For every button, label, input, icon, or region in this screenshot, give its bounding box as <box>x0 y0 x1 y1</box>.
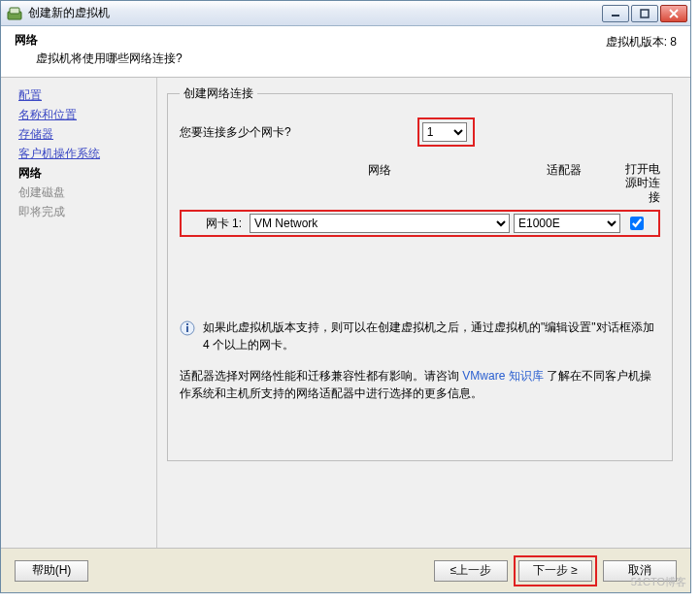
next-highlight: 下一步 ≥ <box>514 555 597 586</box>
step-storage[interactable]: 存储器 <box>18 126 156 143</box>
titlebar: 创建新的虚拟机 <box>1 1 690 26</box>
note-pre: 适配器选择对网络性能和迁移兼容性都有影响。请咨询 <box>180 369 462 383</box>
vm-version-label: 虚拟机版本: 8 <box>606 34 677 50</box>
group-legend: 创建网络连接 <box>180 85 257 102</box>
nic1-connect-checkbox[interactable] <box>630 217 644 230</box>
step-network: 网络 <box>18 165 156 182</box>
step-create-disk: 创建磁盘 <box>18 184 156 201</box>
svg-rect-8 <box>186 323 188 325</box>
wizard-footer: 帮助(H) ≤上一步 下一步 ≥ 取消 <box>1 548 690 592</box>
nic1-network-select[interactable]: VM Network <box>250 214 510 233</box>
wizard-header: 网络 虚拟机将使用哪些网络连接? 虚拟机版本: 8 <box>1 26 690 78</box>
step-guest-os[interactable]: 客户机操作系统 <box>18 146 156 162</box>
nic1-adapter-select[interactable]: E1000E <box>514 214 620 233</box>
info-text: 如果此虚拟机版本支持，则可以在创建虚拟机之后，通过虚拟机的"编辑设置"对话框添加… <box>203 318 660 353</box>
svg-rect-3 <box>641 10 649 17</box>
col-network: 网络 <box>253 162 506 204</box>
wizard-window: 创建新的虚拟机 网络 虚拟机将使用哪些网络连接? 虚拟机版本: 8 配置 名称和… <box>0 0 691 593</box>
nic-count-highlight: 1 <box>417 117 475 147</box>
kb-link[interactable]: VMware 知识库 <box>462 369 543 383</box>
wizard-steps: 配置 名称和位置 存储器 客户机操作系统 网络 创建磁盘 即将完成 <box>1 78 156 548</box>
nic1-label: 网卡 1: <box>183 216 242 232</box>
next-button[interactable]: 下一步 ≥ <box>518 560 592 582</box>
step-configuration[interactable]: 配置 <box>18 87 156 104</box>
cancel-button[interactable]: 取消 <box>603 560 677 582</box>
nic-count-question: 您要连接多少个网卡? <box>180 124 291 141</box>
window-title: 创建新的虚拟机 <box>28 5 602 21</box>
col-adapter: 适配器 <box>506 162 622 204</box>
adapter-note: 适配器选择对网络性能和迁移兼容性都有影响。请咨询 VMware 知识库 了解在不… <box>180 367 660 402</box>
vertical-separator <box>156 78 157 548</box>
page-title: 网络 <box>15 32 677 49</box>
content-area: 创建网络连接 您要连接多少个网卡? 1 网络 适配器 打开电源时连接 <box>167 78 690 548</box>
network-group: 创建网络连接 您要连接多少个网卡? 1 网络 适配器 打开电源时连接 <box>167 85 673 461</box>
svg-rect-7 <box>186 326 188 332</box>
close-button[interactable] <box>660 5 687 22</box>
page-subtitle: 虚拟机将使用哪些网络连接? <box>36 50 677 67</box>
window-buttons <box>602 5 687 22</box>
app-icon <box>7 6 22 21</box>
info-icon <box>180 320 195 336</box>
nic-count-row: 您要连接多少个网卡? 1 <box>180 117 660 147</box>
step-ready: 即将完成 <box>18 204 156 220</box>
info-block: 如果此虚拟机版本支持，则可以在创建虚拟机之后，通过虚拟机的"编辑设置"对话框添加… <box>180 318 660 353</box>
nic-column-headers: 网络 适配器 打开电源时连接 <box>180 162 660 204</box>
minimize-button[interactable] <box>602 5 629 22</box>
wizard-body: 配置 名称和位置 存储器 客户机操作系统 网络 创建磁盘 即将完成 创建网络连接… <box>1 78 690 548</box>
nic-count-select[interactable]: 1 <box>422 122 467 142</box>
col-power-on: 打开电源时连接 <box>622 162 660 204</box>
step-name-location[interactable]: 名称和位置 <box>18 107 156 123</box>
nic1-row: 网卡 1: VM Network E1000E <box>180 210 660 237</box>
back-button[interactable]: ≤上一步 <box>434 560 508 582</box>
help-button[interactable]: 帮助(H) <box>15 560 88 582</box>
maximize-button[interactable] <box>631 5 658 22</box>
svg-rect-1 <box>10 8 19 14</box>
